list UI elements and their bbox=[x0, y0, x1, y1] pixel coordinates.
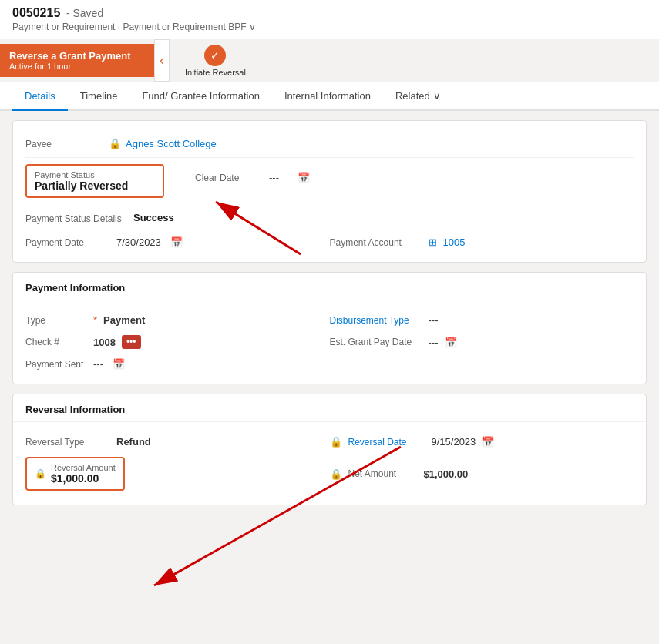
payment-status-value: Partially Reversed bbox=[35, 179, 155, 192]
payee-payment-card: Payee 🔒 Agnes Scott College Payment Stat… bbox=[12, 120, 647, 263]
type-row: Type * Payment Disbursement Type --- bbox=[25, 310, 634, 330]
payee-name[interactable]: Agnes Scott College bbox=[126, 138, 217, 149]
breadcrumb-chevron[interactable]: ∨ bbox=[249, 22, 256, 32]
reversal-info-header: Reversal Information bbox=[13, 394, 646, 422]
reversal-information-card: Reversal Information Reversal Type Refun… bbox=[12, 394, 647, 505]
reversal-amount-lock-icon: 🔒 bbox=[35, 468, 46, 479]
main-content: Payee 🔒 Agnes Scott College Payment Stat… bbox=[0, 111, 659, 524]
reversal-amount-label: Reversal Amount bbox=[51, 463, 116, 472]
tabs: Details Timeline Fund/ Grantee Informati… bbox=[0, 82, 659, 111]
step-circle: ✓ bbox=[204, 45, 226, 66]
initiate-reversal-step: ✓ Initiate Reversal bbox=[185, 45, 246, 77]
breadcrumb-item-2[interactable]: Payment or Requirement BPF bbox=[123, 22, 246, 32]
payment-sent-calendar-icon[interactable]: 📅 bbox=[113, 358, 125, 370]
payment-account-value[interactable]: 1005 bbox=[443, 236, 466, 248]
process-bar: Reverse a Grant Payment Active for 1 hou… bbox=[0, 39, 659, 82]
clear-date-label: Clear Date bbox=[195, 173, 257, 183]
payee-section: Payee 🔒 Agnes Scott College Payment Stat… bbox=[13, 121, 646, 262]
disbursement-label: Disbursement Type bbox=[330, 315, 422, 326]
check-row: Check # 1008 ••• Est. Grant Pay Date ---… bbox=[25, 330, 634, 354]
payee-row: Payee 🔒 Agnes Scott College bbox=[25, 130, 634, 158]
payment-information-card: Payment Information Type * Payment Disbu… bbox=[12, 272, 647, 384]
type-value: Payment bbox=[103, 314, 145, 326]
saved-label: - Saved bbox=[66, 7, 103, 19]
clear-date-value: --- bbox=[269, 172, 279, 183]
tab-related[interactable]: Related ∨ bbox=[383, 82, 453, 111]
payment-date-calendar-icon[interactable]: 📅 bbox=[170, 236, 183, 248]
process-steps: ✓ Initiate Reversal bbox=[170, 45, 659, 77]
related-chevron-icon: ∨ bbox=[433, 90, 441, 102]
process-panel: Reverse a Grant Payment Active for 1 hou… bbox=[0, 44, 154, 77]
tab-details[interactable]: Details bbox=[12, 82, 68, 111]
disbursement-value: --- bbox=[429, 314, 439, 326]
breadcrumb-item-1[interactable]: Payment or Requirement bbox=[12, 22, 115, 32]
reversal-amount-value: $1,000.00 bbox=[51, 472, 116, 485]
payment-status-label: Payment Status bbox=[35, 170, 155, 179]
net-amount-section: 🔒 Net Amount $1,000.00 bbox=[330, 468, 634, 480]
payment-sent-row: Payment Sent --- 📅 bbox=[25, 354, 634, 374]
reversal-type-value: Refund bbox=[116, 436, 151, 448]
payment-date-label: Payment Date bbox=[25, 237, 110, 248]
net-label: Net Amount bbox=[348, 468, 418, 479]
clear-date-section: Clear Date --- 📅 bbox=[195, 164, 634, 183]
reversal-amount-section: 🔒 Reversal Amount $1,000.00 bbox=[25, 457, 330, 491]
reversal-type-label: Reversal Type bbox=[25, 437, 110, 448]
payee-lock-icon: 🔒 bbox=[109, 138, 121, 149]
top-bar: 0050215 - Saved Payment or Requirement ·… bbox=[0, 0, 659, 39]
payment-status-section: Payment Status Partially Reversed bbox=[25, 164, 164, 198]
tab-fund-grantee[interactable]: Fund/ Grantee Information bbox=[129, 82, 271, 111]
clear-date-calendar-icon[interactable]: 📅 bbox=[298, 172, 310, 183]
payment-sent-value: --- bbox=[93, 358, 103, 370]
est-grant-label: Est. Grant Pay Date bbox=[330, 337, 422, 347]
payment-date-section: Payment Date 7/30/2023 📅 bbox=[25, 236, 330, 248]
payee-label: Payee bbox=[25, 139, 103, 149]
type-required-marker: * bbox=[93, 314, 97, 326]
process-chevron-button[interactable]: ‹ bbox=[154, 39, 170, 82]
payee-value[interactable]: 🔒 Agnes Scott College bbox=[109, 138, 217, 149]
est-grant-calendar-icon[interactable]: 📅 bbox=[445, 337, 457, 348]
process-title: Reverse a Grant Payment bbox=[9, 50, 131, 62]
payment-account-grid-icon: ⊞ bbox=[429, 236, 437, 248]
related-label: Related bbox=[395, 90, 430, 102]
payment-date-value: 7/30/2023 bbox=[116, 236, 161, 248]
tab-internal[interactable]: Internal Information bbox=[272, 82, 383, 111]
reversal-date-label: Reversal Date bbox=[348, 437, 425, 448]
reversal-amount-row: 🔒 Reversal Amount $1,000.00 🔒 Net Amount… bbox=[25, 452, 634, 495]
payment-sent-label: Payment Sent bbox=[25, 359, 87, 370]
est-grant-value: --- bbox=[429, 337, 439, 348]
net-lock-icon: 🔒 bbox=[330, 468, 342, 480]
check-value: 1008 bbox=[93, 337, 116, 348]
net-value: $1,000.00 bbox=[424, 468, 469, 480]
status-details-row: Payment Status Details Success bbox=[25, 207, 241, 229]
reversal-type-row: Reversal Type Refund 🔒 Reversal Date 9/1… bbox=[25, 431, 634, 452]
payment-status-box: Payment Status Partially Reversed bbox=[25, 164, 164, 198]
reversal-amount-box: 🔒 Reversal Amount $1,000.00 bbox=[25, 457, 125, 491]
check-dots-button[interactable]: ••• bbox=[122, 335, 141, 349]
reversal-date-lock-icon: 🔒 bbox=[330, 436, 342, 448]
record-id: 0050215 bbox=[12, 6, 60, 19]
tab-timeline[interactable]: Timeline bbox=[68, 82, 130, 111]
step-label: Initiate Reversal bbox=[185, 68, 246, 77]
type-label: Type bbox=[25, 315, 87, 326]
payment-info-body: Type * Payment Disbursement Type --- Che… bbox=[13, 300, 646, 384]
process-panel-text: Reverse a Grant Payment Active for 1 hou… bbox=[9, 50, 131, 71]
reversal-info-body: Reversal Type Refund 🔒 Reversal Date 9/1… bbox=[13, 422, 646, 505]
payment-account-label: Payment Account bbox=[330, 237, 422, 248]
reversal-date-value: 9/15/2023 bbox=[432, 436, 476, 448]
check-label: Check # bbox=[25, 337, 87, 347]
breadcrumb: Payment or Requirement · Payment or Requ… bbox=[12, 22, 647, 32]
status-details-value: Success bbox=[133, 212, 174, 223]
status-details-label: Payment Status Details bbox=[25, 212, 133, 224]
process-subtitle: Active for 1 hour bbox=[9, 62, 131, 71]
payment-info-header: Payment Information bbox=[13, 273, 646, 300]
status-details-section: Payment Status Details Success bbox=[25, 207, 241, 229]
reversal-date-calendar-icon[interactable]: 📅 bbox=[482, 436, 494, 448]
payment-account-section: Payment Account ⊞ 1005 bbox=[330, 236, 634, 248]
